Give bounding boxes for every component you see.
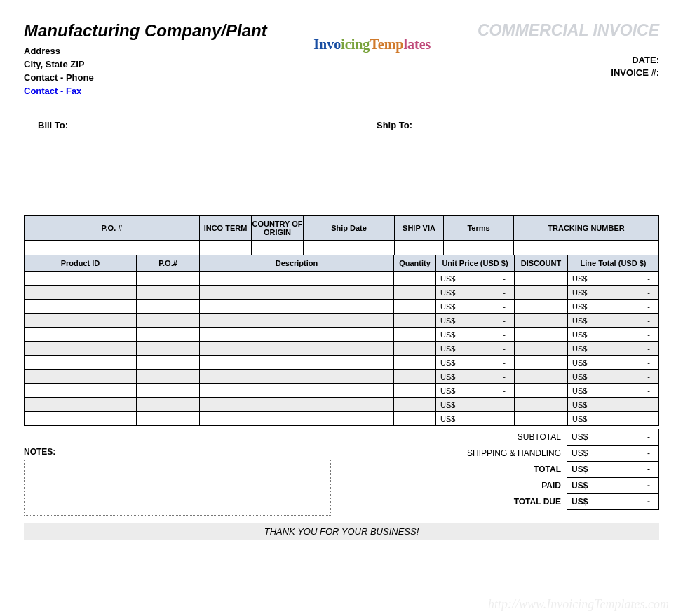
line-total-cell[interactable]: US$- <box>568 370 659 384</box>
discount-cell[interactable] <box>515 328 568 342</box>
item-cell[interactable] <box>200 314 394 328</box>
line-total-cell[interactable]: US$- <box>568 342 659 356</box>
unit-price-cell[interactable]: US$- <box>436 272 515 286</box>
item-cell[interactable] <box>200 370 394 384</box>
item-cell[interactable] <box>137 272 200 286</box>
ship-cell-4[interactable] <box>395 241 444 255</box>
line-total-cell[interactable]: US$- <box>568 286 659 300</box>
item-cell[interactable] <box>25 272 137 286</box>
item-cell[interactable] <box>25 314 137 328</box>
item-cell[interactable] <box>200 328 394 342</box>
item-cell[interactable] <box>394 286 436 300</box>
company-phone: Contact - Phone <box>24 72 267 85</box>
ship-cell-2[interactable] <box>252 241 304 255</box>
item-cell[interactable] <box>137 342 200 356</box>
item-cell[interactable] <box>25 412 137 426</box>
unit-price-cell[interactable]: US$- <box>436 342 515 356</box>
item-cell[interactable] <box>25 356 137 370</box>
item-cell[interactable] <box>394 342 436 356</box>
ship-cell-0[interactable] <box>25 241 200 255</box>
item-cell[interactable] <box>137 398 200 412</box>
discount-cell[interactable] <box>515 300 568 314</box>
discount-cell[interactable] <box>515 272 568 286</box>
line-total-cell[interactable]: US$- <box>568 412 659 426</box>
company-fax-link[interactable]: Contact - Fax <box>24 86 81 96</box>
total-label: TOTAL <box>337 462 567 478</box>
unit-price-cell[interactable]: US$- <box>436 412 515 426</box>
item-cell[interactable] <box>200 398 394 412</box>
item-cell[interactable] <box>137 300 200 314</box>
line-total-cell[interactable]: US$- <box>568 384 659 398</box>
unit-price-cell[interactable]: US$- <box>436 370 515 384</box>
item-cell[interactable] <box>137 286 200 300</box>
totals-table: SUBTOTAL US$- SHIPPING & HANDLING US$- T… <box>337 429 659 510</box>
item-cell[interactable] <box>200 300 394 314</box>
notes-box[interactable] <box>24 460 331 516</box>
item-cell[interactable] <box>200 286 394 300</box>
discount-cell[interactable] <box>515 398 568 412</box>
discount-cell[interactable] <box>515 412 568 426</box>
discount-cell[interactable] <box>515 384 568 398</box>
item-cell[interactable] <box>394 412 436 426</box>
line-items-table: Product IDP.O.#DescriptionQuantityUnit P… <box>24 255 659 426</box>
company-city: City, State ZIP <box>24 58 267 72</box>
item-cell[interactable] <box>137 314 200 328</box>
item-cell[interactable] <box>25 384 137 398</box>
item-cell[interactable] <box>394 370 436 384</box>
item-cell[interactable] <box>394 328 436 342</box>
discount-cell[interactable] <box>515 314 568 328</box>
unit-price-cell[interactable]: US$- <box>436 314 515 328</box>
item-cell[interactable] <box>394 384 436 398</box>
total-due-value: - <box>647 497 650 507</box>
line-total-cell[interactable]: US$- <box>568 300 659 314</box>
line-total-cell[interactable]: US$- <box>568 328 659 342</box>
ship-cell-3[interactable] <box>304 241 395 255</box>
invoice-no-label: INVOICE #: <box>611 67 659 78</box>
item-cell[interactable] <box>137 328 200 342</box>
unit-price-cell[interactable]: US$- <box>436 286 515 300</box>
item-cell[interactable] <box>394 398 436 412</box>
item-cell[interactable] <box>137 384 200 398</box>
item-cell[interactable] <box>25 370 137 384</box>
line-total-cell[interactable]: US$- <box>568 314 659 328</box>
unit-price-cell[interactable]: US$- <box>436 384 515 398</box>
ship-header-3: Ship Date <box>304 216 395 241</box>
item-cell[interactable] <box>394 356 436 370</box>
paid-cur: US$ <box>572 481 588 490</box>
item-cell[interactable] <box>200 384 394 398</box>
discount-cell[interactable] <box>515 286 568 300</box>
bill-to-label: Bill To: <box>38 120 68 130</box>
shipment-info-table: P.O. #INCO TERMCOUNTRY OF ORIGINShip Dat… <box>24 215 659 255</box>
unit-price-cell[interactable]: US$- <box>436 356 515 370</box>
ship-cell-1[interactable] <box>200 241 252 255</box>
total-value: - <box>647 464 650 474</box>
unit-price-cell[interactable]: US$- <box>436 398 515 412</box>
line-total-cell[interactable]: US$- <box>568 356 659 370</box>
item-cell[interactable] <box>25 300 137 314</box>
item-cell[interactable] <box>394 300 436 314</box>
ship-header-5: Terms <box>444 216 514 241</box>
table-row: US$-US$- <box>25 328 659 342</box>
unit-price-cell[interactable]: US$- <box>436 300 515 314</box>
item-cell[interactable] <box>137 412 200 426</box>
item-cell[interactable] <box>25 286 137 300</box>
item-cell[interactable] <box>137 370 200 384</box>
item-cell[interactable] <box>25 398 137 412</box>
ship-cell-6[interactable] <box>514 241 659 255</box>
ship-cell-5[interactable] <box>444 241 514 255</box>
discount-cell[interactable] <box>515 370 568 384</box>
item-cell[interactable] <box>200 342 394 356</box>
item-cell[interactable] <box>25 328 137 342</box>
discount-cell[interactable] <box>515 356 568 370</box>
item-cell[interactable] <box>25 342 137 356</box>
line-total-cell[interactable]: US$- <box>568 272 659 286</box>
unit-price-cell[interactable]: US$- <box>436 328 515 342</box>
item-cell[interactable] <box>394 314 436 328</box>
item-cell[interactable] <box>200 412 394 426</box>
item-cell[interactable] <box>394 272 436 286</box>
item-cell[interactable] <box>137 356 200 370</box>
item-cell[interactable] <box>200 272 394 286</box>
discount-cell[interactable] <box>515 342 568 356</box>
line-total-cell[interactable]: US$- <box>568 398 659 412</box>
item-cell[interactable] <box>200 356 394 370</box>
